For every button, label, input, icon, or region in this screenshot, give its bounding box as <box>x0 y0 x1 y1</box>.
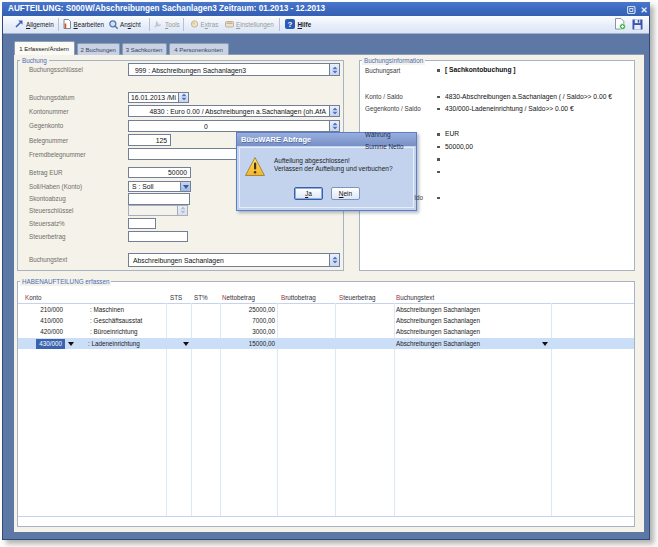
svg-text:?: ? <box>288 20 293 29</box>
